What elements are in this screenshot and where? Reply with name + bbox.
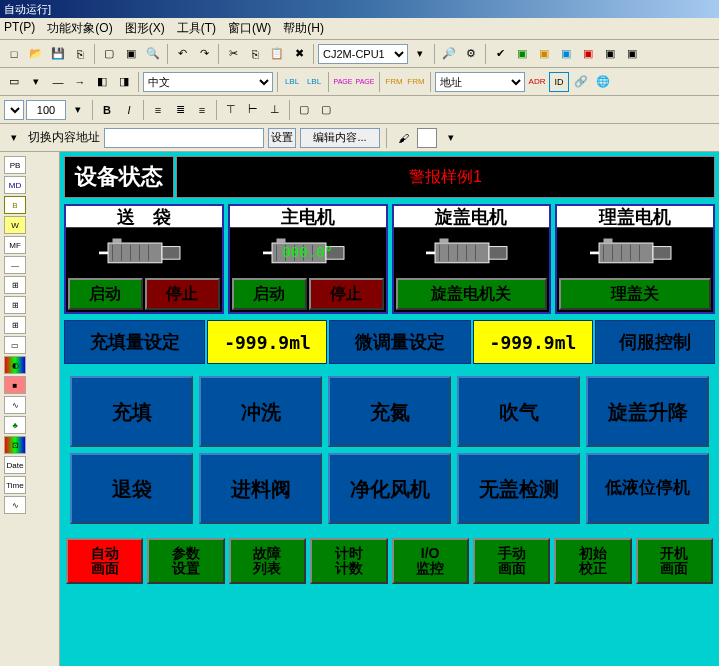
trim-amount-value[interactable]: -999.9ml xyxy=(473,320,593,364)
line-icon[interactable]: — xyxy=(48,72,68,92)
color-box-icon[interactable] xyxy=(417,128,437,148)
nav-button-3[interactable]: 计时计数 xyxy=(310,538,387,584)
cut-icon[interactable]: ✂ xyxy=(223,44,243,64)
brush-icon[interactable]: 🖌 xyxy=(393,128,413,148)
save-icon[interactable]: 💾 xyxy=(48,44,68,64)
valign-bot-icon[interactable]: ⊥ xyxy=(265,100,285,120)
dropdown-icon[interactable]: ▾ xyxy=(410,44,430,64)
tool1-icon[interactable]: ▣ xyxy=(512,44,532,64)
palette-tool-12[interactable]: ∿ xyxy=(4,396,26,414)
addr-input[interactable] xyxy=(104,128,264,148)
palette-tool-16[interactable]: Time xyxy=(4,476,26,494)
palette-tool-3[interactable]: W xyxy=(4,216,26,234)
palette-tool-10[interactable]: ◐ xyxy=(4,356,26,374)
lbl2-icon[interactable]: LBL xyxy=(304,72,324,92)
valign-mid-icon[interactable]: ⊢ xyxy=(243,100,263,120)
addr-picker-icon[interactable]: ▾ xyxy=(4,128,24,148)
motor-green-button[interactable]: 启动 xyxy=(68,278,143,310)
motor-green-button[interactable]: 旋盖电机关 xyxy=(396,278,548,310)
fill-amount-value[interactable]: -999.9ml xyxy=(207,320,327,364)
chevron-down-icon[interactable]: ▾ xyxy=(26,72,46,92)
palette-tool-0[interactable]: PB xyxy=(4,156,26,174)
func-button-6[interactable]: 进料阀 xyxy=(199,453,322,524)
tool3-icon[interactable]: ▣ xyxy=(556,44,576,64)
func-button-4[interactable]: 旋盖升降 xyxy=(586,376,709,447)
cpu-select[interactable]: CJ2M-CPU1 xyxy=(318,44,408,64)
globe-icon[interactable]: 🌐 xyxy=(593,72,613,92)
saveall-icon[interactable]: ⎘ xyxy=(70,44,90,64)
language-select[interactable]: 中文 xyxy=(143,72,273,92)
tool4-icon[interactable]: ▣ xyxy=(578,44,598,64)
palette-tool-6[interactable]: ⊞ xyxy=(4,276,26,294)
palette-tool-7[interactable]: ⊞ xyxy=(4,296,26,314)
alarm-display[interactable]: 警报样例1 xyxy=(176,156,715,198)
nav-button-5[interactable]: 手动画面 xyxy=(473,538,550,584)
func-button-3[interactable]: 吹气 xyxy=(457,376,580,447)
align-right-icon[interactable]: ≡ xyxy=(192,100,212,120)
tool2-icon[interactable]: ▣ xyxy=(534,44,554,64)
gear-icon[interactable]: ⚙ xyxy=(461,44,481,64)
delete-icon[interactable]: ✖ xyxy=(289,44,309,64)
italic-button[interactable]: I xyxy=(119,100,139,120)
edit-content-button[interactable]: 编辑内容... xyxy=(300,128,380,148)
func-button-5[interactable]: 退袋 xyxy=(70,453,193,524)
menu-pt[interactable]: PT(P) xyxy=(4,20,35,37)
motor-red-button[interactable]: 停止 xyxy=(145,278,220,310)
valign-top-icon[interactable]: ⊤ xyxy=(221,100,241,120)
shape1-icon[interactable]: ◧ xyxy=(92,72,112,92)
align-center-icon[interactable]: ≣ xyxy=(170,100,190,120)
nav-button-4[interactable]: I/O监控 xyxy=(392,538,469,584)
palette-tool-17[interactable]: ∿ xyxy=(4,496,26,514)
menu-window[interactable]: 窗口(W) xyxy=(228,20,271,37)
func-button-9[interactable]: 低液位停机 xyxy=(586,453,709,524)
align-left-icon[interactable]: ≡ xyxy=(148,100,168,120)
func-button-1[interactable]: 冲洗 xyxy=(199,376,322,447)
doc1-icon[interactable]: ▢ xyxy=(99,44,119,64)
adr-icon[interactable]: ADR xyxy=(527,72,547,92)
motor-green-button[interactable]: 理盖关 xyxy=(559,278,711,310)
chevron-down-icon[interactable]: ▾ xyxy=(441,128,461,148)
color2-icon[interactable]: ▢ xyxy=(316,100,336,120)
page2-icon[interactable]: PAGE xyxy=(355,72,375,92)
palette-tool-15[interactable]: Date xyxy=(4,456,26,474)
link-icon[interactable]: 🔗 xyxy=(571,72,591,92)
nav-button-0[interactable]: 自动画面 xyxy=(66,538,143,584)
palette-tool-11[interactable]: ■ xyxy=(4,376,26,394)
palette-tool-5[interactable]: — xyxy=(4,256,26,274)
font-size-input[interactable] xyxy=(26,100,66,120)
copy-icon[interactable]: ⎘ xyxy=(245,44,265,64)
func-button-0[interactable]: 充填 xyxy=(70,376,193,447)
palette-tool-8[interactable]: ⊞ xyxy=(4,316,26,334)
palette-tool-4[interactable]: MF xyxy=(4,236,26,254)
redo-icon[interactable]: ↷ xyxy=(194,44,214,64)
nav-button-2[interactable]: 故障列表 xyxy=(229,538,306,584)
motor-red-button[interactable]: 停止 xyxy=(309,278,384,310)
nav-button-7[interactable]: 开机画面 xyxy=(636,538,713,584)
set-button[interactable]: 设置 xyxy=(268,128,296,148)
nav-button-1[interactable]: 参数设置 xyxy=(147,538,224,584)
page1-icon[interactable]: PAGE xyxy=(333,72,353,92)
palette-tool-14[interactable]: ⊡ xyxy=(4,436,26,454)
menu-func-obj[interactable]: 功能对象(O) xyxy=(47,20,112,37)
palette-tool-9[interactable]: ▭ xyxy=(4,336,26,354)
paste-icon[interactable]: 📋 xyxy=(267,44,287,64)
func-button-7[interactable]: 净化风机 xyxy=(328,453,451,524)
menu-help[interactable]: 帮助(H) xyxy=(283,20,324,37)
func-button-2[interactable]: 充氮 xyxy=(328,376,451,447)
palette-tool-1[interactable]: MD xyxy=(4,176,26,194)
search-icon[interactable]: 🔍 xyxy=(143,44,163,64)
id-icon[interactable]: ID xyxy=(549,72,569,92)
palette-tool-13[interactable]: ♣ xyxy=(4,416,26,434)
func-button-8[interactable]: 无盖检测 xyxy=(457,453,580,524)
tool5-icon[interactable]: ▣ xyxy=(600,44,620,64)
frm1-icon[interactable]: FRM xyxy=(384,72,404,92)
color1-icon[interactable]: ▢ xyxy=(294,100,314,120)
menu-graphic[interactable]: 图形(X) xyxy=(125,20,165,37)
palette-tool-2[interactable]: B xyxy=(4,196,26,214)
addr-select[interactable]: 地址 xyxy=(435,72,525,92)
shape2-icon[interactable]: ◨ xyxy=(114,72,134,92)
bold-button[interactable]: B xyxy=(97,100,117,120)
servo-control-button[interactable]: 伺服控制 xyxy=(595,320,715,364)
menu-tool[interactable]: 工具(T) xyxy=(177,20,216,37)
rect-icon[interactable]: ▭ xyxy=(4,72,24,92)
